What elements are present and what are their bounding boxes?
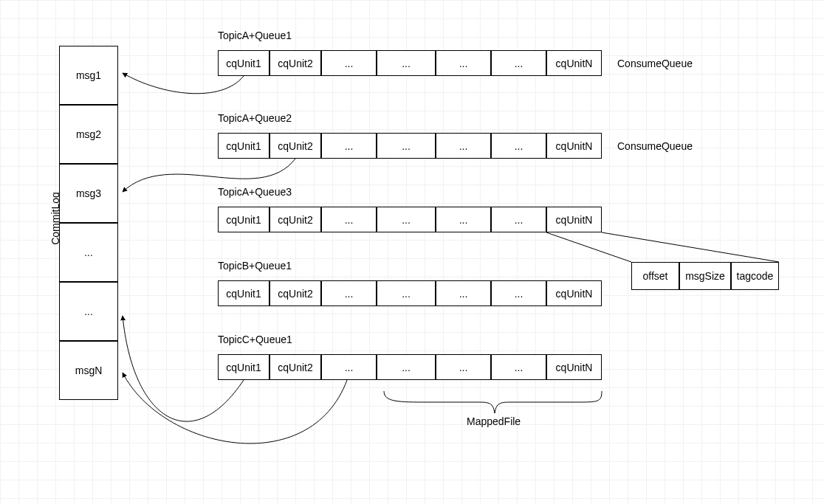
queue-0-cell-5: ...: [491, 50, 546, 76]
queue-3-cell-5: ...: [491, 280, 546, 306]
queue-0-cell-0: cqUnit1: [218, 50, 269, 76]
queue-1-cell-2: ...: [321, 133, 377, 159]
queue-title-1: TopicA+Queue2: [218, 112, 292, 124]
queue-4-cell-6: cqUnitN: [546, 354, 602, 380]
queue-3-cell-0: cqUnit1: [218, 280, 269, 306]
detail-connector-left: [546, 232, 631, 262]
queue-3-cell-2: ...: [321, 280, 377, 306]
queue-2-cell-0: cqUnit1: [218, 207, 269, 232]
queue-4-cell-5: ...: [491, 354, 546, 380]
cqunit-detail-msgsize: msgSize: [679, 262, 731, 290]
queue-4-cell-1: cqUnit2: [269, 354, 321, 380]
queue-2-cell-1: cqUnit2: [269, 207, 321, 232]
queue-title-0: TopicA+Queue1: [218, 30, 292, 41]
queue-0-cell-2: ...: [321, 50, 377, 76]
mappedfile-label: MappedFile: [467, 415, 521, 427]
detail-connector-right: [602, 232, 779, 262]
queue-4-cell-0: cqUnit1: [218, 354, 269, 380]
commitlog-cell-ellipsis2: ...: [59, 282, 118, 341]
queue-1-cell-6: cqUnitN: [546, 133, 602, 159]
commitlog-cell-msgn: msgN: [59, 341, 118, 400]
queue-1-cell-1: cqUnit2: [269, 133, 321, 159]
commitlog-cell-msg1: msg1: [59, 46, 118, 105]
queue-3-cell-6: cqUnitN: [546, 280, 602, 306]
queue-1-right-label: ConsumeQueue: [617, 140, 693, 152]
queue-4-cell-3: ...: [377, 354, 436, 380]
queue-3-cell-3: ...: [377, 280, 436, 306]
queue-title-3: TopicB+Queue1: [218, 260, 292, 272]
queue-3-cell-1: cqUnit2: [269, 280, 321, 306]
queue-2-cell-3: ...: [377, 207, 436, 232]
queue-0-cell-4: ...: [436, 50, 491, 76]
queue-2-cell-6: cqUnitN: [546, 207, 602, 232]
queue-4-cell-4: ...: [436, 354, 491, 380]
queue-0-cell-1: cqUnit2: [269, 50, 321, 76]
cqunit-detail-tagcode: tagcode: [731, 262, 779, 290]
queue-2-cell-4: ...: [436, 207, 491, 232]
queue-1-cell-0: cqUnit1: [218, 133, 269, 159]
arrow-q0-to-msg1: [123, 73, 244, 94]
queue-3-cell-4: ...: [436, 280, 491, 306]
cqunit-detail-offset: offset: [631, 262, 679, 290]
mappedfile-brace: [384, 391, 602, 413]
arrow-q4-to-msgn: [123, 373, 347, 443]
queue-4-cell-2: ...: [321, 354, 377, 380]
queue-0-cell-6: cqUnitN: [546, 50, 602, 76]
queue-title-2: TopicA+Queue3: [218, 186, 292, 198]
commitlog-cell-msg2: msg2: [59, 105, 118, 164]
queue-1-cell-4: ...: [436, 133, 491, 159]
queue-0-cell-3: ...: [377, 50, 436, 76]
queue-2-cell-2: ...: [321, 207, 377, 232]
queue-0-right-label: ConsumeQueue: [617, 58, 693, 69]
queue-title-4: TopicC+Queue1: [218, 334, 292, 345]
queue-1-cell-3: ...: [377, 133, 436, 159]
queue-2-cell-5: ...: [491, 207, 546, 232]
commitlog-cell-msg3: msg3: [59, 164, 118, 223]
commitlog-cell-ellipsis1: ...: [59, 223, 118, 282]
queue-1-cell-5: ...: [491, 133, 546, 159]
